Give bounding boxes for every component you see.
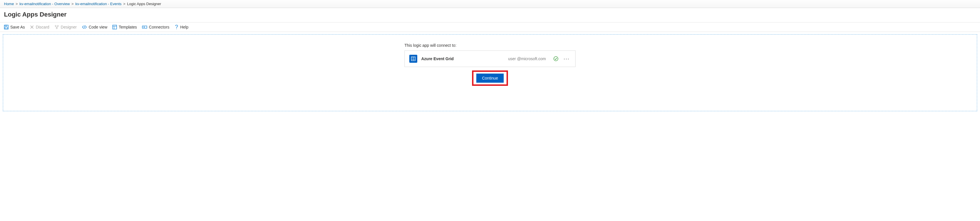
highlight-box: Continue xyxy=(472,70,508,86)
event-grid-icon xyxy=(409,55,417,63)
discard-button[interactable]: Discard xyxy=(30,25,49,29)
code-icon xyxy=(82,25,87,29)
continue-button[interactable]: Continue xyxy=(476,73,504,83)
svg-point-5 xyxy=(56,28,57,29)
breadcrumb-current: Logic Apps Designer xyxy=(127,2,161,6)
templates-icon xyxy=(112,25,117,29)
svg-point-15 xyxy=(554,57,558,61)
svg-point-3 xyxy=(55,25,56,27)
designer-button[interactable]: Designer xyxy=(54,25,77,29)
connection-service-name: Azure Event Grid xyxy=(421,56,454,61)
templates-button[interactable]: Templates xyxy=(112,25,137,29)
connection-user: user @microsoft.com xyxy=(508,56,546,61)
svg-rect-2 xyxy=(5,27,8,29)
connection-card: Azure Event Grid user @microsoft.com ··· xyxy=(404,51,576,67)
breadcrumb: Home > kv-emailnotification - Overview >… xyxy=(0,0,980,8)
save-as-label: Save As xyxy=(10,25,25,29)
check-icon xyxy=(553,56,558,61)
page-title: Logic Apps Designer xyxy=(0,8,980,22)
more-menu-button[interactable]: ··· xyxy=(562,56,571,62)
svg-point-10 xyxy=(176,29,177,29)
templates-label: Templates xyxy=(119,25,137,29)
save-icon xyxy=(4,25,8,29)
breadcrumb-events[interactable]: kv-emailnotification - Events xyxy=(75,2,121,6)
connection-prompt: This logic app will connect to: xyxy=(404,43,576,48)
connectors-icon xyxy=(142,25,147,29)
designer-label: Designer xyxy=(61,25,77,29)
help-label: Help xyxy=(180,25,189,29)
svg-rect-6 xyxy=(113,25,117,29)
designer-canvas: This logic app will connect to: Azure Ev… xyxy=(3,34,977,111)
discard-label: Discard xyxy=(36,25,49,29)
code-view-button[interactable]: Code view xyxy=(82,25,107,29)
connectors-label: Connectors xyxy=(149,25,169,29)
continue-wrap: Continue xyxy=(404,70,576,86)
breadcrumb-separator: > xyxy=(123,2,126,6)
help-icon xyxy=(175,25,178,29)
designer-icon xyxy=(54,25,59,29)
connection-block: This logic app will connect to: Azure Ev… xyxy=(404,43,576,100)
toolbar: Save As Discard Designer Code view Templ… xyxy=(0,22,980,32)
help-button[interactable]: Help xyxy=(175,25,189,29)
breadcrumb-separator: > xyxy=(72,2,74,6)
connectors-button[interactable]: Connectors xyxy=(142,25,169,29)
breadcrumb-separator: > xyxy=(16,2,18,6)
code-view-label: Code view xyxy=(89,25,107,29)
svg-rect-1 xyxy=(5,25,7,26)
save-as-button[interactable]: Save As xyxy=(4,25,25,29)
close-icon xyxy=(30,25,34,29)
breadcrumb-overview[interactable]: kv-emailnotification - Overview xyxy=(19,2,70,6)
svg-point-4 xyxy=(57,25,59,27)
breadcrumb-home[interactable]: Home xyxy=(4,2,14,6)
